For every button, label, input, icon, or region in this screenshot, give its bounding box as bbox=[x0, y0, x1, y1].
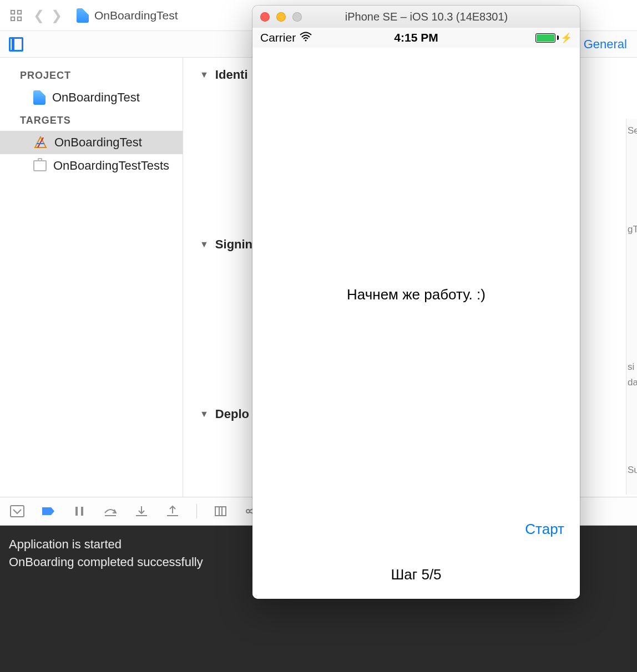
battery-indicator: ⚡ bbox=[535, 32, 572, 44]
ios-statusbar: Carrier 4:15 PM ⚡ bbox=[252, 28, 580, 48]
step-over-icon[interactable] bbox=[103, 505, 118, 517]
battery-icon bbox=[535, 33, 555, 43]
close-window-button[interactable] bbox=[260, 12, 270, 22]
frag-c: si bbox=[626, 359, 637, 375]
nav-forward-icon[interactable]: ❯ bbox=[51, 8, 62, 23]
svg-rect-4 bbox=[11, 506, 24, 517]
charging-icon: ⚡ bbox=[560, 32, 572, 44]
battery-cap-icon bbox=[557, 35, 559, 40]
test-target-icon bbox=[33, 160, 47, 171]
nav-back-icon[interactable]: ❮ bbox=[33, 8, 44, 23]
target-tests-label: OnBoardingTestTests bbox=[53, 159, 169, 173]
target-app-label: OnBoardingTest bbox=[54, 135, 142, 150]
section-signing-label: Signin bbox=[215, 237, 252, 252]
project-item[interactable]: OnBoardingTest bbox=[0, 86, 183, 109]
start-button[interactable]: Старт bbox=[525, 521, 564, 538]
project-icon bbox=[33, 90, 46, 105]
pause-icon[interactable] bbox=[72, 505, 87, 517]
svg-rect-2 bbox=[11, 17, 14, 20]
frag-d: da bbox=[626, 375, 637, 390]
svg-rect-5 bbox=[75, 507, 78, 516]
tab-general[interactable]: General bbox=[584, 37, 627, 52]
target-tests-item[interactable]: OnBoardingTestTests bbox=[0, 154, 183, 177]
app-screen: Начнем же работу. :) Старт Шаг 5/5 bbox=[252, 48, 580, 599]
inspector-edge: Se gT si da Su bbox=[626, 119, 637, 495]
section-deploy-label: Deplo bbox=[215, 407, 249, 421]
step-into-icon[interactable] bbox=[134, 505, 149, 517]
console-line-1: Application is started bbox=[9, 537, 122, 551]
simulator-title: iPhone SE – iOS 10.3 (14E8301) bbox=[314, 11, 539, 23]
simulator-window: iPhone SE – iOS 10.3 (14E8301) Carrier 4… bbox=[252, 6, 580, 599]
frag-e: Su bbox=[626, 462, 637, 478]
console-line-2: OnBoarding completed successfully bbox=[9, 555, 203, 569]
targets-heading: TARGETS bbox=[0, 109, 183, 131]
disclosure-triangle-icon[interactable]: ▼ bbox=[200, 240, 209, 250]
related-items-icon[interactable] bbox=[10, 9, 22, 22]
step-indicator: Шаг 5/5 bbox=[252, 566, 580, 583]
carrier-label: Carrier bbox=[260, 31, 296, 44]
project-file-icon bbox=[77, 8, 89, 23]
frag-a: Se bbox=[626, 123, 637, 139]
statusbar-time: 4:15 PM bbox=[394, 31, 438, 44]
project-heading: PROJECT bbox=[0, 64, 183, 86]
svg-point-19 bbox=[305, 40, 307, 42]
toggle-debug-icon[interactable] bbox=[10, 505, 24, 517]
breakpoint-icon[interactable] bbox=[41, 505, 55, 517]
disclosure-triangle-icon[interactable]: ▼ bbox=[200, 409, 209, 419]
traffic-lights bbox=[260, 12, 302, 22]
frag-b: gT bbox=[626, 222, 637, 237]
target-app-item[interactable]: OnBoardingTest bbox=[0, 131, 183, 154]
divider bbox=[196, 504, 197, 518]
wifi-icon bbox=[299, 31, 312, 44]
svg-rect-0 bbox=[11, 10, 14, 13]
step-out-icon[interactable] bbox=[165, 505, 180, 517]
onboarding-headline: Начнем же работу. :) bbox=[252, 286, 580, 303]
view-debugger-icon[interactable] bbox=[214, 505, 228, 517]
zoom-window-button[interactable] bbox=[292, 12, 302, 22]
svg-rect-1 bbox=[18, 10, 21, 13]
app-target-icon bbox=[33, 135, 48, 150]
sidebar-toggle-icon[interactable] bbox=[9, 37, 23, 52]
simulator-titlebar[interactable]: iPhone SE – iOS 10.3 (14E8301) bbox=[252, 6, 580, 28]
svg-rect-6 bbox=[81, 507, 83, 516]
breadcrumb-title[interactable]: OnBoardingTest bbox=[94, 9, 178, 22]
disclosure-triangle-icon[interactable]: ▼ bbox=[200, 70, 209, 80]
project-item-label: OnBoardingTest bbox=[52, 90, 140, 105]
section-identity-label: Identi bbox=[215, 68, 248, 82]
minimize-window-button[interactable] bbox=[276, 12, 286, 22]
svg-rect-3 bbox=[18, 17, 21, 20]
